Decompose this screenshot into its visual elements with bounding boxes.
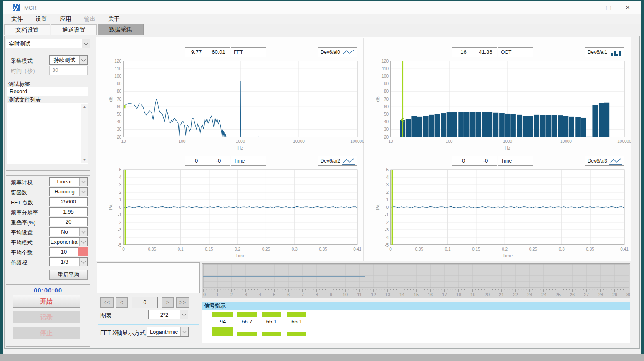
average-count-field[interactable]: 10: [49, 247, 78, 256]
svg-text:18: 18: [456, 292, 461, 297]
tab-channel-settings[interactable]: 通道设置: [51, 24, 97, 35]
signal-level-bar-bottom: [237, 332, 257, 336]
oct-plot[interactable]: 2030405060708090100110120101001000100001…: [375, 59, 630, 152]
signal-level-value: 66.1: [284, 318, 310, 325]
time-plot[interactable]: -5-4-3-2-101234500.050.10.150.20.250.30.…: [375, 168, 630, 260]
svg-text:dB: dB: [375, 96, 380, 102]
line-chart-icon: [609, 157, 622, 165]
overlap-percent-label: 重叠率(%): [11, 219, 35, 226]
octave-band-label: 倍频程: [11, 259, 27, 267]
scroll-up-icon[interactable]: ▲: [81, 104, 88, 110]
svg-text:7: 7: [301, 292, 304, 297]
restart-average-button[interactable]: 重启平均: [49, 270, 88, 280]
average-mode-label: 平均模式: [11, 239, 33, 247]
svg-text:30: 30: [626, 292, 630, 297]
line-chart-icon: [342, 157, 355, 165]
svg-text:0.05: 0.05: [415, 247, 424, 252]
scroll-down-icon[interactable]: ▼: [81, 157, 88, 163]
time-plot[interactable]: -5-4-3-2-101234500.050.10.150.20.250.30.…: [108, 168, 363, 260]
nav-prev-button[interactable]: <: [116, 297, 128, 308]
divider: [98, 324, 199, 325]
chevron-down-icon: [82, 39, 90, 48]
svg-text:0: 0: [389, 247, 392, 252]
svg-text:-1: -1: [118, 213, 121, 217]
title-bar: MCR — ▢ ✕: [3, 1, 641, 14]
svg-text:100000: 100000: [350, 139, 364, 144]
record-button[interactable]: 记录: [13, 311, 80, 323]
chart-layout-select[interactable]: 2*2: [148, 310, 188, 319]
average-mode-select[interactable]: Exponential: [49, 237, 88, 246]
stop-button[interactable]: 停止: [13, 327, 80, 339]
chevron-down-icon: [180, 310, 188, 319]
average-setting-select[interactable]: No: [49, 227, 88, 236]
svg-text:13: 13: [385, 292, 390, 297]
svg-text:8: 8: [316, 292, 318, 297]
svg-text:-5: -5: [385, 243, 389, 247]
fft-axis-label: FFT X轴显示方式: [100, 329, 146, 337]
start-button[interactable]: 开始: [13, 295, 80, 308]
chart-panel-time-ai3: 0-0 Time Dev6/ai3 -5-4-3-2-101234500.050…: [364, 155, 630, 261]
channel-button[interactable]: Dev6/ai3: [585, 156, 624, 166]
svg-text:10000: 10000: [560, 139, 572, 144]
acq-mode-label: 采集模式: [11, 57, 33, 65]
svg-text:27: 27: [584, 292, 589, 297]
svg-text:11: 11: [357, 292, 361, 297]
svg-text:6: 6: [287, 292, 290, 297]
test-file-list[interactable]: ▲ ▼: [7, 103, 88, 164]
channel-button[interactable]: Dev6/ai0: [318, 47, 357, 57]
menu-item-settings[interactable]: 设置: [29, 14, 53, 24]
record-timeline[interactable]: 0123456789101112131415161718192021222324…: [202, 263, 630, 298]
chevron-down-icon: [79, 258, 87, 266]
signal-level-bar-top: [262, 312, 281, 317]
maximize-button[interactable]: ▢: [601, 3, 616, 13]
chart-type-field[interactable]: OCT: [498, 47, 533, 57]
tab-document-settings[interactable]: 文档设置: [4, 24, 50, 35]
nav-first-button[interactable]: <<: [100, 297, 114, 308]
freq-resolution-field[interactable]: 1.95: [49, 207, 88, 216]
overlap-percent-field[interactable]: 20: [49, 217, 88, 226]
nav-last-button[interactable]: >>: [176, 297, 189, 308]
svg-text:5: 5: [119, 168, 121, 172]
menu-item-file[interactable]: 文件: [5, 14, 29, 24]
record-name-field[interactable]: Record: [7, 87, 88, 96]
svg-text:dB: dB: [108, 96, 113, 102]
test-mode-select[interactable]: 实时测试: [6, 39, 90, 48]
signal-level-bar-top: [212, 312, 233, 317]
menu-item-apply[interactable]: 应用: [53, 14, 78, 24]
menu-item-about[interactable]: 关于: [102, 14, 126, 24]
freq-weighting-select[interactable]: Linear: [49, 177, 88, 186]
svg-text:1000: 1000: [236, 139, 245, 144]
fft-axis-select[interactable]: Logarithmic: [147, 327, 189, 337]
svg-text:5: 5: [386, 168, 389, 172]
fft-plot[interactable]: 2030405060708090100110120101001000100001…: [108, 59, 363, 152]
svg-text:16: 16: [428, 292, 433, 297]
svg-text:-2: -2: [385, 220, 389, 225]
info-panel: [97, 262, 200, 293]
nav-index-field[interactable]: 0: [132, 297, 158, 308]
channel-button[interactable]: Dev6/ai2: [318, 156, 357, 166]
scrollbar[interactable]: ▲ ▼: [81, 104, 88, 163]
chart-type-field[interactable]: Time: [231, 156, 266, 166]
channel-button[interactable]: Dev6/ai1: [585, 47, 624, 57]
svg-text:26: 26: [570, 292, 575, 297]
signal-indicator-panel: 9466.766.166.1: [202, 310, 630, 343]
close-button[interactable]: ✕: [621, 3, 635, 13]
svg-text:15: 15: [414, 292, 419, 297]
svg-text:60: 60: [117, 104, 122, 109]
signal-level-value: 94: [209, 318, 237, 325]
svg-text:0: 0: [203, 292, 206, 297]
octave-band-select[interactable]: 1/3: [49, 257, 88, 266]
svg-text:-4: -4: [385, 235, 389, 240]
tab-data-acquisition[interactable]: 数据采集: [98, 24, 144, 35]
chart-type-field[interactable]: Time: [498, 156, 533, 166]
svg-text:0.25: 0.25: [262, 247, 270, 252]
fft-points-field[interactable]: 25600: [49, 197, 88, 206]
nav-next-button[interactable]: >: [162, 297, 174, 308]
window-function-select[interactable]: Hanning: [49, 187, 88, 196]
svg-text:23: 23: [527, 292, 532, 297]
minimize-button[interactable]: —: [582, 3, 596, 13]
chart-type-field[interactable]: FFT: [231, 47, 266, 57]
acq-mode-select[interactable]: 持续测试: [49, 55, 88, 65]
tab-bar: 文档设置通道设置数据采集: [3, 24, 641, 35]
menu-bar: 文件设置应用输出关于: [3, 14, 641, 24]
